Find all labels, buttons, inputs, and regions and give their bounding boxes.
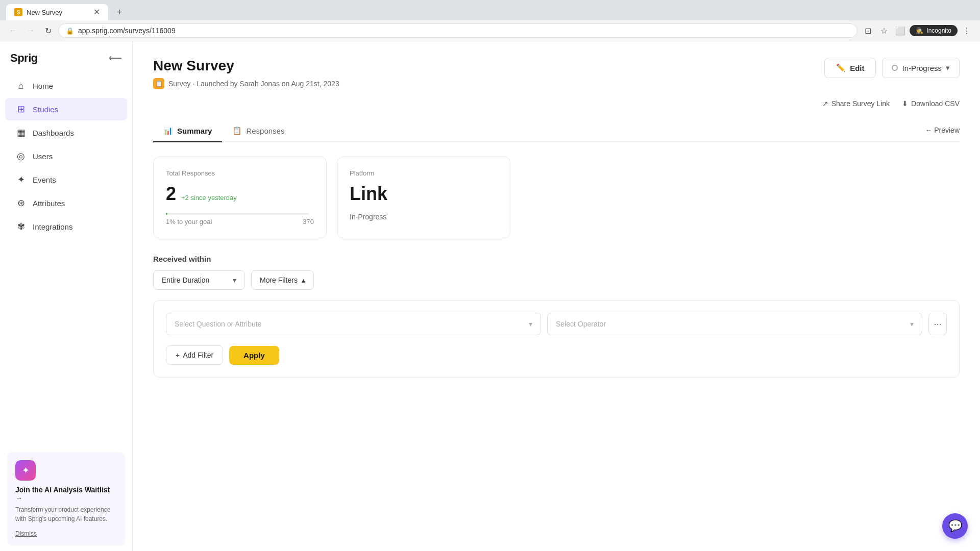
add-filter-label: Add Filter [183, 351, 213, 359]
reload-button[interactable]: ↻ [41, 23, 55, 38]
add-filter-plus-icon: + [176, 351, 180, 359]
response-count: 2 [166, 183, 176, 205]
page-subtitle: 📋 Survey · Launched by Sarah Jonas on Au… [153, 78, 339, 89]
sidebar: Sprig ⟵ ⌂ Home ⊞ Studies ▦ Dashboards ◎ … [0, 41, 133, 551]
since-yesterday-text: +2 since yesterday [181, 194, 237, 202]
forward-button[interactable]: → [23, 23, 38, 38]
cast-icon[interactable]: ⊡ [861, 23, 875, 38]
more-options-icon[interactable]: ⋮ [960, 23, 974, 38]
platform-status: In-Progress [350, 213, 498, 221]
attributes-icon: ⊛ [15, 197, 27, 209]
add-filter-button[interactable]: + Add Filter [166, 345, 223, 365]
ai-promo-title[interactable]: Join the AI Analysis Waitlist → [15, 486, 117, 502]
sidebar-label-dashboards: Dashboards [33, 129, 74, 137]
question-placeholder-text: Select Question or Attribute [175, 320, 261, 328]
survey-favicon-icon: 📋 [153, 78, 164, 89]
ai-promo-dismiss[interactable]: Dismiss [15, 530, 37, 537]
header-actions: ✏️ Edit In-Progress ▾ [824, 58, 960, 78]
tabs-row: 📊 Summary 📋 Responses ← Preview [153, 120, 960, 142]
page-title: New Survey [153, 58, 339, 74]
sidebar-item-events[interactable]: ✦ Events [5, 168, 127, 191]
chat-support-bubble[interactable]: 💬 [942, 513, 968, 539]
download-csv-link[interactable]: ⬇ Download CSV [902, 99, 960, 108]
address-bar[interactable]: 🔒 [58, 23, 857, 38]
incognito-button[interactable]: 🕵 Incognito [910, 25, 958, 36]
progress-count: 370 [303, 218, 314, 226]
operator-placeholder-text: Select Operator [556, 320, 606, 328]
status-button-label: In-Progress [902, 64, 942, 72]
filter-row: Entire Duration ▾ More Filters ▴ [153, 270, 960, 290]
incognito-icon: 🕵 [916, 27, 923, 34]
action-links: ↗ Share Survey Link ⬇ Download CSV [153, 99, 960, 108]
edit-button-label: Edit [850, 64, 864, 72]
download-csv-label: Download CSV [911, 99, 960, 108]
new-tab-button[interactable]: + [112, 5, 127, 19]
sidebar-label-attributes: Attributes [33, 199, 65, 208]
apply-button[interactable]: Apply [229, 346, 279, 365]
status-button[interactable]: In-Progress ▾ [882, 58, 960, 78]
progress-row [166, 213, 314, 215]
edit-button[interactable]: ✏️ Edit [824, 58, 876, 78]
sidebar-label-studies: Studies [33, 105, 58, 114]
app-layout: Sprig ⟵ ⌂ Home ⊞ Studies ▦ Dashboards ◎ … [0, 41, 980, 551]
progress-bar-wrap [166, 213, 309, 215]
tab-close-button[interactable]: ✕ [93, 8, 100, 16]
sidebar-toggle-icon[interactable]: ⬜ [893, 23, 908, 38]
status-dropdown-icon: ▾ [946, 63, 950, 72]
sidebar-item-users[interactable]: ◎ Users [5, 145, 127, 167]
filter-box: Select Question or Attribute ▾ Select Op… [153, 300, 960, 378]
progress-bar [166, 213, 167, 215]
sidebar-label-events: Events [33, 176, 56, 184]
sidebar-item-studies[interactable]: ⊞ Studies [5, 98, 127, 120]
ai-promo-description: Transform your product experience with S… [15, 505, 117, 523]
browser-tab[interactable]: S New Survey ✕ [6, 4, 108, 20]
sidebar-nav: ⌂ Home ⊞ Studies ▦ Dashboards ◎ Users ✦ … [0, 70, 132, 447]
stats-row: Total Responses 2 +2 since yesterday 1% … [153, 157, 960, 238]
duration-dropdown-label: Entire Duration [162, 276, 209, 284]
sprig-logo: Sprig [10, 52, 38, 65]
url-input[interactable] [78, 27, 850, 35]
sidebar-item-dashboards[interactable]: ▦ Dashboards [5, 121, 127, 144]
operator-select-arrow-icon: ▾ [910, 320, 914, 328]
sidebar-item-home[interactable]: ⌂ Home [5, 75, 127, 97]
share-survey-link[interactable]: ↗ Share Survey Link [822, 99, 890, 108]
more-filters-button[interactable]: More Filters ▴ [251, 270, 314, 290]
main-content: New Survey 📋 Survey · Launched by Sarah … [133, 41, 980, 551]
total-responses-card: Total Responses 2 +2 since yesterday 1% … [153, 157, 327, 238]
question-attribute-select[interactable]: Select Question or Attribute ▾ [166, 313, 541, 335]
filter-actions-row: + Add Filter Apply [166, 345, 947, 365]
duration-dropdown[interactable]: Entire Duration ▾ [153, 270, 245, 290]
filters-section: Received within Entire Duration ▾ More F… [153, 255, 960, 378]
tab-summary[interactable]: 📊 Summary [153, 120, 222, 142]
download-icon: ⬇ [902, 99, 908, 108]
duration-dropdown-arrow-icon: ▾ [233, 276, 236, 284]
tab-title: New Survey [27, 9, 62, 16]
platform-label: Platform [350, 169, 498, 177]
edit-pencil-icon: ✏️ [836, 63, 846, 72]
summary-tab-label: Summary [177, 127, 212, 135]
sidebar-item-integrations[interactable]: ✾ Integrations [5, 215, 127, 238]
question-select-arrow-icon: ▾ [529, 320, 532, 328]
back-button[interactable]: ← [6, 23, 20, 38]
sidebar-item-attributes[interactable]: ⊛ Attributes [5, 192, 127, 214]
page-title-section: New Survey 📋 Survey · Launched by Sarah … [153, 58, 339, 89]
sidebar-header: Sprig ⟵ [0, 41, 132, 70]
browser-toolbar-icons: ⊡ ☆ ⬜ 🕵 Incognito ⋮ [861, 23, 974, 38]
responses-tab-label: Responses [246, 127, 284, 135]
more-filters-chevron-icon: ▴ [302, 276, 305, 284]
total-responses-label: Total Responses [166, 169, 314, 177]
share-icon: ↗ [822, 99, 828, 108]
more-filters-label: More Filters [260, 276, 298, 284]
received-within-label: Received within [153, 255, 960, 263]
tab-responses[interactable]: 📋 Responses [222, 120, 295, 142]
sidebar-collapse-button[interactable]: ⟵ [109, 53, 122, 64]
status-indicator-icon [892, 65, 898, 71]
filter-more-options-button[interactable]: ··· [928, 313, 947, 335]
bookmark-icon[interactable]: ☆ [877, 23, 891, 38]
responses-tab-icon: 📋 [232, 126, 242, 135]
platform-card: Platform Link In-Progress [337, 157, 510, 238]
total-responses-value: 2 +2 since yesterday [166, 183, 314, 205]
operator-select[interactable]: Select Operator ▾ [547, 313, 922, 335]
lock-icon: 🔒 [66, 27, 74, 35]
preview-link[interactable]: ← Preview [925, 126, 960, 134]
